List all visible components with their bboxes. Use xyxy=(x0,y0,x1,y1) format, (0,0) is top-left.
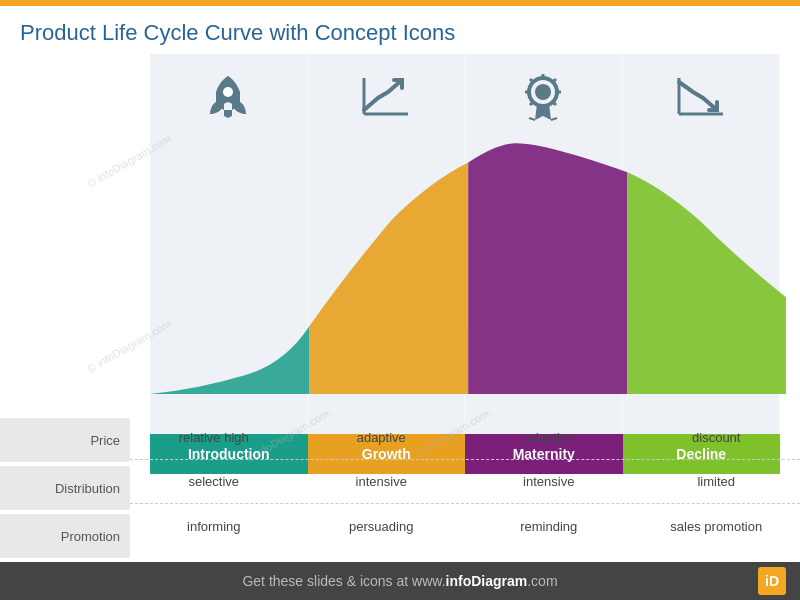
footer-text: Get these slides & icons at www. xyxy=(242,573,445,589)
svg-point-0 xyxy=(223,87,233,97)
chart-up-icon xyxy=(358,70,414,129)
chart-area: Introduction Growth Maternity Decline xyxy=(150,54,780,474)
distribution-introduction: selective xyxy=(130,474,298,489)
distribution-maternity: intensive xyxy=(465,474,633,489)
label-price: Price xyxy=(0,418,130,462)
data-rows-container: relative high adaptive adaptive discount… xyxy=(130,416,800,562)
rocket-icon xyxy=(202,70,254,129)
promotion-growth: persuading xyxy=(298,519,466,534)
distribution-decline: limited xyxy=(633,474,801,489)
column-introduction xyxy=(150,54,308,434)
price-decline: discount xyxy=(633,430,801,445)
svg-line-14 xyxy=(551,118,557,120)
footer-icon: iD xyxy=(758,567,786,595)
left-labels-container: Price Distribution Promotion xyxy=(0,416,130,562)
data-row-distribution: selective intensive intensive limited xyxy=(130,460,800,504)
promotion-maternity: reminding xyxy=(465,519,633,534)
svg-line-13 xyxy=(529,118,535,120)
award-icon xyxy=(517,70,569,129)
svg-line-12 xyxy=(530,102,533,105)
promotion-decline: sales promotion xyxy=(633,519,801,534)
label-distribution: Distribution xyxy=(0,466,130,510)
footer-suffix: .com xyxy=(527,573,557,589)
svg-point-4 xyxy=(535,84,551,100)
column-growth xyxy=(308,54,466,434)
svg-line-9 xyxy=(530,79,533,82)
promotion-introduction: informing xyxy=(130,519,298,534)
svg-line-10 xyxy=(553,102,556,105)
data-row-price: relative high adaptive adaptive discount xyxy=(130,416,800,460)
column-maternity xyxy=(465,54,623,434)
distribution-growth: intensive xyxy=(298,474,466,489)
bottom-section: Price Distribution Promotion relative hi… xyxy=(0,416,800,562)
main-content: Introduction Growth Maternity Decline xyxy=(0,54,800,474)
footer: Get these slides & icons at www. infoDia… xyxy=(0,562,800,600)
data-row-promotion: informing persuading reminding sales pro… xyxy=(130,504,800,548)
footer-brand: infoDiagram xyxy=(446,573,528,589)
price-maternity: adaptive xyxy=(465,430,633,445)
price-growth: adaptive xyxy=(298,430,466,445)
chart-down-icon xyxy=(673,70,729,129)
title: Product Life Cycle Curve with Concept Ic… xyxy=(0,6,800,54)
chart-columns xyxy=(150,54,780,434)
column-decline xyxy=(623,54,781,434)
price-introduction: relative high xyxy=(130,430,298,445)
svg-line-11 xyxy=(553,79,556,82)
label-promotion: Promotion xyxy=(0,514,130,558)
